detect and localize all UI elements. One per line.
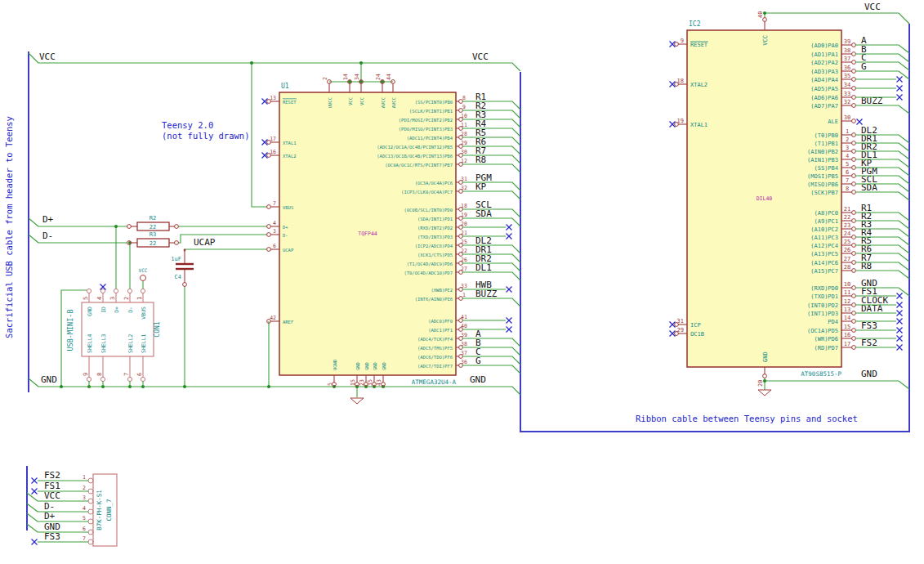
- junction-dot: [250, 61, 253, 65]
- pin-number: 24: [844, 231, 850, 237]
- pin-number: 16: [270, 149, 276, 155]
- pin-name: UVCC: [328, 97, 333, 108]
- pin-number: 8: [846, 186, 849, 192]
- pin-name: GND: [87, 307, 93, 316]
- pin-number: 34: [354, 74, 360, 80]
- pin-number: 20: [757, 380, 764, 387]
- pin-name: (ICP3/CLK0/OC4A)PC7: [401, 190, 453, 195]
- pin-number: 28: [461, 131, 467, 137]
- pin-name: UGND: [333, 360, 337, 370]
- net-label[interactable]: D+: [42, 214, 54, 225]
- net-label[interactable]: VCC: [472, 51, 489, 62]
- connector-value[interactable]: B7K-PH-K-S1: [96, 490, 103, 530]
- pin-number: 12: [844, 298, 850, 305]
- junction-dot: [763, 379, 766, 383]
- resistor-ref[interactable]: R3: [150, 231, 156, 238]
- pin-name: (T0/OC4D/ADC10)PD7: [404, 271, 453, 275]
- pin-number: 7: [123, 373, 130, 376]
- chip-package: TQFP44: [358, 231, 377, 237]
- pin-number: 28: [844, 264, 850, 271]
- connector-ref[interactable]: CONN_7: [105, 499, 113, 521]
- resistor-value[interactable]: 22: [150, 240, 156, 247]
- net-label[interactable]: VCC: [39, 51, 56, 62]
- note-ribbon-cable[interactable]: Ribbon cable between Teensy pins and soc…: [636, 414, 858, 423]
- pin-number: 32: [844, 99, 850, 105]
- junction-dot: [763, 11, 766, 15]
- connector-ref[interactable]: CON1: [154, 321, 161, 337]
- capacitor-ref[interactable]: C4: [175, 274, 181, 280]
- note-teensy[interactable]: Teensy 2.0: [162, 120, 213, 130]
- pin-number: 23: [359, 379, 365, 386]
- pin-number: 14: [342, 74, 349, 80]
- pin-number: 19: [461, 212, 467, 218]
- net-label[interactable]: GND: [470, 374, 486, 385]
- note-teensy[interactable]: (not fully drawn): [162, 131, 249, 141]
- pin-number: 1: [846, 128, 849, 135]
- pin-name: (INT6/AIN0)PE6: [415, 297, 453, 302]
- net-label[interactable]: VCC: [44, 490, 60, 501]
- pin-name: (OC1A)PD5: [807, 328, 838, 334]
- pin-name: (A12)PC4: [810, 243, 838, 249]
- pin-name: (RXD/INT2)PD2: [417, 226, 453, 231]
- pin-number: 33: [844, 91, 850, 97]
- pin-number: 5: [846, 161, 849, 168]
- note-sacrificial-cable[interactable]: Sacrificial USB cable from header to Tee…: [4, 116, 14, 338]
- connector-value[interactable]: USB-MINI-B: [66, 309, 74, 351]
- pin-name: (TXD/INT3)PD3: [417, 235, 453, 239]
- net-label[interactable]: D+: [44, 511, 56, 521]
- pin-number: 19: [677, 118, 684, 124]
- net-label[interactable]: UCAP: [194, 237, 216, 248]
- chip-value[interactable]: ATMEGA32U4-A: [412, 378, 457, 386]
- pin-name: RESET: [690, 42, 708, 48]
- net-label[interactable]: FS2: [44, 470, 60, 481]
- pin-number: 9: [681, 38, 684, 44]
- pin-number: 8: [96, 373, 103, 376]
- net-label[interactable]: GND: [861, 369, 877, 379]
- net-label[interactable]: D-: [42, 231, 53, 241]
- pin-name: (MISO)PB6: [807, 181, 838, 188]
- pin-name: XTAL1: [283, 141, 297, 145]
- pin-name: (AD3)PA3: [810, 69, 838, 75]
- pin-name: (AIN0)PB2: [807, 149, 838, 155]
- pin-name: (ADC4/TCK)PF4: [417, 337, 453, 342]
- pin-name: D+: [114, 307, 120, 313]
- pin-number: 14: [844, 315, 850, 321]
- pin-name: RESET: [283, 100, 297, 105]
- pin-name: (ADC13/OC1B/OC4B/PCINT13)PB6: [377, 154, 453, 159]
- pin-number: 37: [844, 56, 850, 62]
- pin-name: ICP: [690, 322, 701, 329]
- pin-name: (INT1)PD3: [807, 311, 838, 317]
- chip-ref[interactable]: IC2: [689, 20, 701, 28]
- pin-name: (SDA/INT1)PD1: [417, 217, 453, 222]
- chip-value[interactable]: AT90S8515-P: [801, 370, 841, 378]
- pin-number: 6: [846, 169, 849, 176]
- pin-name: (HWB)PE2: [431, 288, 453, 293]
- resistor-value[interactable]: 22: [150, 224, 156, 231]
- pin-number: 34: [844, 82, 850, 88]
- pin-number: 3: [83, 495, 86, 501]
- resistor-ref[interactable]: R2: [150, 215, 156, 222]
- net-label[interactable]: GND: [41, 374, 57, 385]
- pin-name: GND: [762, 351, 769, 362]
- pin-name: (SCLK/PCINT1)PB1: [409, 109, 453, 114]
- pin-number: 36: [844, 65, 850, 71]
- pin-name: (WR)PD6: [814, 336, 838, 342]
- pin-number: 13: [270, 95, 276, 101]
- net-label[interactable]: VCC: [864, 2, 881, 12]
- pin-name: (A13)PC5: [810, 251, 838, 257]
- pin-name: (TXD)PD1: [810, 293, 838, 300]
- pin-number: 33: [461, 283, 467, 289]
- junction-dot: [267, 385, 270, 388]
- pin-number: 35: [367, 379, 373, 386]
- chip-ref[interactable]: U1: [281, 83, 289, 90]
- pin-number: 6: [273, 243, 276, 249]
- capacitor-value[interactable]: 1uF: [171, 256, 181, 262]
- net-label[interactable]: FS3: [44, 531, 60, 542]
- pin-number: 40: [461, 323, 467, 329]
- pin-name: (INT0)PD2: [807, 302, 838, 309]
- pin-number: 25: [461, 239, 467, 245]
- pin-name: (AD1)PA1: [810, 51, 838, 58]
- pin-name: (SCK)PB7: [810, 190, 838, 196]
- pin-number: 11: [844, 289, 850, 296]
- pin-name: SHELL3: [100, 333, 107, 353]
